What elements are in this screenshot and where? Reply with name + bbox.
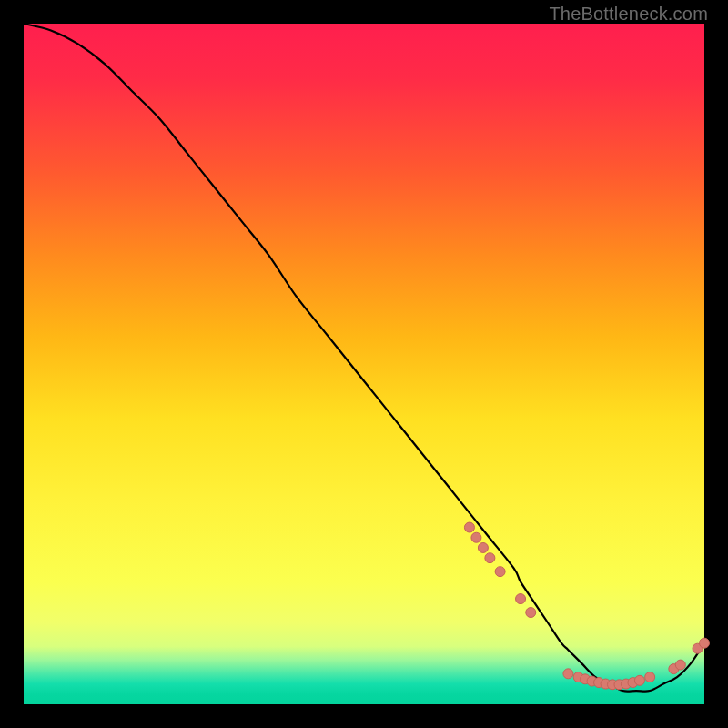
curve-marker: [634, 675, 644, 685]
plot-area: [24, 24, 704, 704]
curve-marker: [464, 522, 474, 532]
curve-markers: [464, 522, 709, 690]
curve-marker: [495, 567, 505, 577]
curve-marker: [526, 608, 536, 618]
curve-marker: [563, 669, 573, 679]
curve-marker: [645, 672, 655, 682]
curve-marker: [478, 542, 488, 552]
watermark-text: TheBottleneck.com: [549, 4, 708, 25]
curve-layer: [24, 24, 704, 704]
curve-marker: [700, 638, 710, 648]
bottleneck-curve: [24, 24, 704, 692]
chart-stage: TheBottleneck.com: [0, 0, 728, 728]
curve-marker: [516, 594, 526, 604]
curve-marker: [485, 553, 495, 563]
curve-marker: [675, 660, 685, 670]
curve-marker: [471, 532, 481, 542]
